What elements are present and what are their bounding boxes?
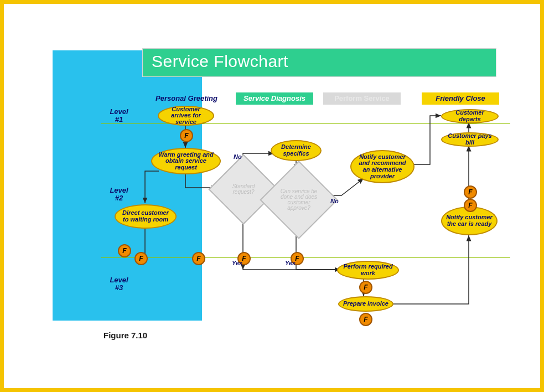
col-personal-greeting: Personal Greeting [148, 92, 225, 105]
node-direct-waiting-room: Direct customer to waiting room [115, 204, 177, 229]
col-service-diagnosis: Service Diagnosis [236, 92, 313, 105]
decision-can-service: Can service be done and does customer ap… [260, 161, 338, 239]
level-2-label: Level #2 [102, 187, 136, 203]
node-customer-pays: Customer pays bill [441, 132, 499, 147]
lvl3-num: #3 [115, 283, 123, 292]
f-marker-7: F [359, 281, 372, 294]
lvl1-num: #1 [115, 115, 123, 123]
level-1-label: Level #1 [102, 108, 136, 124]
lvl2-num: #2 [115, 194, 123, 202]
col-perform-service: Perform Service [323, 92, 401, 105]
node-warm-greeting: Warm greeting and obtain service request [151, 148, 221, 174]
edge-no-cando: No [330, 198, 339, 204]
f-marker-9: F [464, 185, 477, 199]
edge-yes-standard: Yes [232, 260, 242, 266]
f-marker-2: F [118, 244, 131, 257]
lvl2-word: Level [110, 186, 128, 194]
node-customer-arrives: Customer arrives for service [158, 106, 214, 126]
f-marker-1: F [180, 129, 193, 142]
f-marker-4: F [192, 252, 205, 265]
col-friendly-close: Friendly Close [422, 92, 499, 105]
f-marker-10: F [464, 199, 477, 212]
lvl1-word: Level [110, 107, 128, 116]
edge-no-standard: No [234, 153, 242, 160]
node-determine-specifics: Determine specifics [271, 140, 322, 161]
title-text: Service Flowchart [152, 52, 288, 70]
edge-yes-cando: Yes [285, 260, 296, 266]
node-customer-departs: Customer departs [441, 109, 499, 123]
page-frame: Service Flowchart Personal Greeting Serv… [0, 0, 544, 392]
title-bar: Service Flowchart [142, 48, 496, 77]
lvl3-word: Level [110, 276, 128, 284]
node-prepare-invoice: Prepare invoice [338, 296, 393, 312]
diagram-canvas: Service Flowchart Personal Greeting Serv… [32, 37, 519, 358]
level-3-label: Level #3 [102, 276, 136, 292]
lane-line-2 [101, 257, 510, 258]
decision-standard-label: Standard request? [220, 166, 267, 213]
node-perform-work: Perform required work [337, 261, 399, 280]
decision-can-service-label: Can service be done and does customer ap… [272, 173, 325, 226]
figure-label: Figure 7.10 [103, 331, 147, 340]
f-marker-8: F [359, 313, 372, 326]
node-notify-alternative: Notify customer and recommend an alterna… [350, 150, 415, 183]
f-marker-3: F [134, 252, 148, 265]
